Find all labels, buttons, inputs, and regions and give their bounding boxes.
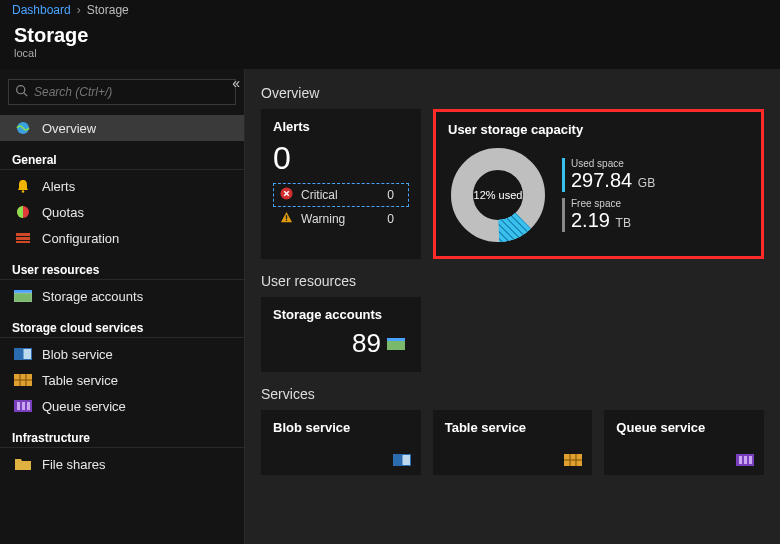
svg-rect-9 — [14, 290, 32, 293]
blob-service-icon — [393, 453, 411, 467]
nav-queue-service[interactable]: Queue service — [0, 393, 244, 419]
capacity-title: User storage capacity — [448, 122, 749, 137]
alerts-warning-row[interactable]: Warning 0 — [273, 207, 409, 231]
storage-accounts-title: Storage accounts — [273, 307, 409, 322]
nav-alerts[interactable]: Alerts — [0, 173, 244, 199]
capacity-tile[interactable]: User storage capacity — [433, 109, 764, 259]
page-header: Storage local — [0, 20, 780, 69]
svg-rect-32 — [387, 341, 405, 350]
section-services-title: Services — [261, 386, 764, 402]
nav-file-shares-label: File shares — [42, 457, 106, 472]
nav-configuration[interactable]: Configuration — [0, 225, 244, 251]
breadcrumb-separator: › — [77, 3, 81, 17]
svg-rect-13 — [24, 349, 32, 359]
nav-quotas[interactable]: Quotas — [0, 199, 244, 225]
svg-point-3 — [22, 190, 25, 193]
storage-account-icon — [14, 288, 32, 304]
alerts-warning-count: 0 — [387, 212, 394, 226]
section-overview-title: Overview — [261, 85, 764, 101]
svg-rect-42 — [749, 456, 752, 464]
nav-blob-label: Blob service — [42, 347, 113, 362]
capacity-donut-chart: 12% used — [448, 145, 548, 245]
svg-rect-34 — [402, 455, 410, 465]
page-title: Storage — [14, 24, 766, 47]
svg-rect-7 — [16, 237, 30, 240]
alerts-critical-count: 0 — [387, 188, 394, 202]
main-content: Overview Alerts 0 Critical 0 Warning — [245, 69, 780, 544]
warning-icon — [280, 211, 293, 227]
svg-line-1 — [24, 93, 27, 96]
breadcrumb: Dashboard › Storage — [0, 0, 780, 20]
queue-service-tile[interactable]: Queue service — [604, 410, 764, 475]
storage-accounts-tile[interactable]: Storage accounts 89 — [261, 297, 421, 372]
svg-rect-23 — [286, 215, 287, 219]
table-service-icon — [14, 372, 32, 388]
nav-section-general: General — [0, 145, 244, 170]
capacity-free-unit: TB — [616, 216, 631, 230]
blob-service-icon — [14, 346, 32, 362]
blob-service-title: Blob service — [273, 420, 409, 435]
svg-rect-31 — [387, 338, 405, 341]
nav-section-user-resources: User resources — [0, 255, 244, 280]
nav-queue-label: Queue service — [42, 399, 126, 414]
nav-overview-label: Overview — [42, 121, 96, 136]
collapse-sidebar-button[interactable]: « — [232, 75, 240, 91]
alerts-critical-row[interactable]: Critical 0 — [273, 183, 409, 207]
nav-storage-accounts[interactable]: Storage accounts — [0, 283, 244, 309]
breadcrumb-current: Storage — [87, 3, 129, 17]
config-icon — [14, 230, 32, 246]
breadcrumb-root[interactable]: Dashboard — [12, 3, 71, 17]
sidebar: « Overview General Alerts Quotas — [0, 69, 245, 544]
section-user-resources-title: User resources — [261, 273, 764, 289]
alerts-tile[interactable]: Alerts 0 Critical 0 Warning 0 — [261, 109, 421, 259]
folder-icon — [14, 456, 32, 472]
svg-rect-41 — [744, 456, 747, 464]
capacity-free-label: Free space — [571, 198, 655, 209]
search-input[interactable] — [34, 85, 229, 99]
capacity-used-unit: GB — [638, 176, 655, 190]
queue-service-title: Queue service — [616, 420, 752, 435]
alerts-critical-label: Critical — [301, 188, 338, 202]
nav-alerts-label: Alerts — [42, 179, 75, 194]
nav-configuration-label: Configuration — [42, 231, 119, 246]
nav-overview[interactable]: Overview — [0, 115, 244, 141]
table-service-tile[interactable]: Table service — [433, 410, 593, 475]
table-service-icon — [564, 453, 582, 467]
bell-icon — [14, 178, 32, 194]
alerts-warning-label: Warning — [301, 212, 345, 226]
nav-table-service[interactable]: Table service — [0, 367, 244, 393]
search-icon — [15, 84, 28, 100]
queue-service-icon — [14, 398, 32, 414]
svg-rect-8 — [16, 241, 30, 243]
nav-section-infrastructure: Infrastructure — [0, 423, 244, 448]
capacity-used-stat: Used space 297.84 GB — [562, 158, 655, 192]
capacity-free-stat: Free space 2.19 TB — [562, 198, 655, 232]
globe-icon — [14, 120, 32, 136]
svg-rect-40 — [739, 456, 742, 464]
svg-rect-20 — [22, 402, 25, 410]
page-subtitle: local — [14, 47, 766, 59]
capacity-donut-center-label: 12% used — [448, 145, 548, 245]
capacity-free-value: 2.19 — [571, 209, 610, 231]
nav-section-cloud-services: Storage cloud services — [0, 313, 244, 338]
critical-icon — [280, 187, 293, 203]
table-service-title: Table service — [445, 420, 581, 435]
nav-storage-accounts-label: Storage accounts — [42, 289, 143, 304]
svg-rect-24 — [286, 220, 287, 221]
alerts-total: 0 — [273, 140, 409, 177]
queue-service-icon — [736, 453, 754, 467]
capacity-stats: Used space 297.84 GB Free space 2.19 TB — [562, 152, 655, 238]
quota-icon — [14, 204, 32, 220]
nav-blob-service[interactable]: Blob service — [0, 341, 244, 367]
nav-table-label: Table service — [42, 373, 118, 388]
capacity-used-value: 297.84 — [571, 169, 632, 191]
nav-file-shares[interactable]: File shares — [0, 451, 244, 477]
alerts-tile-title: Alerts — [273, 119, 409, 134]
svg-rect-21 — [27, 402, 30, 410]
svg-point-0 — [17, 86, 25, 94]
capacity-used-label: Used space — [571, 158, 655, 169]
blob-service-tile[interactable]: Blob service — [261, 410, 421, 475]
storage-accounts-count: 89 — [352, 328, 381, 359]
search-box[interactable] — [8, 79, 236, 105]
svg-rect-19 — [17, 402, 20, 410]
